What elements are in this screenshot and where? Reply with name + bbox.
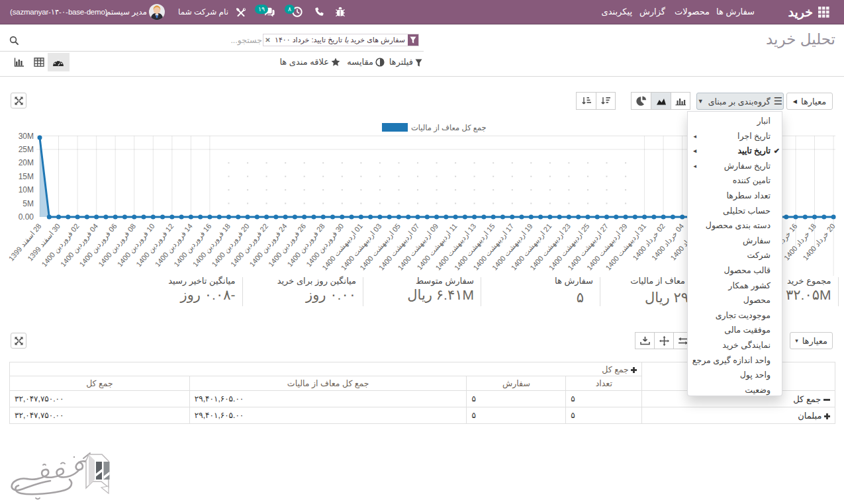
svg-text:15M: 15M <box>19 172 34 181</box>
svg-text:10M: 10M <box>19 185 34 194</box>
svg-text:20M: 20M <box>19 158 34 167</box>
svg-text:5M: 5M <box>23 199 34 208</box>
svg-text:28 اسفند 1399: 28 اسفند 1399 <box>7 222 42 263</box>
svg-text:0.00: 0.00 <box>19 212 34 222</box>
svg-text:25M: 25M <box>19 145 34 154</box>
svg-text:30M: 30M <box>19 132 34 141</box>
